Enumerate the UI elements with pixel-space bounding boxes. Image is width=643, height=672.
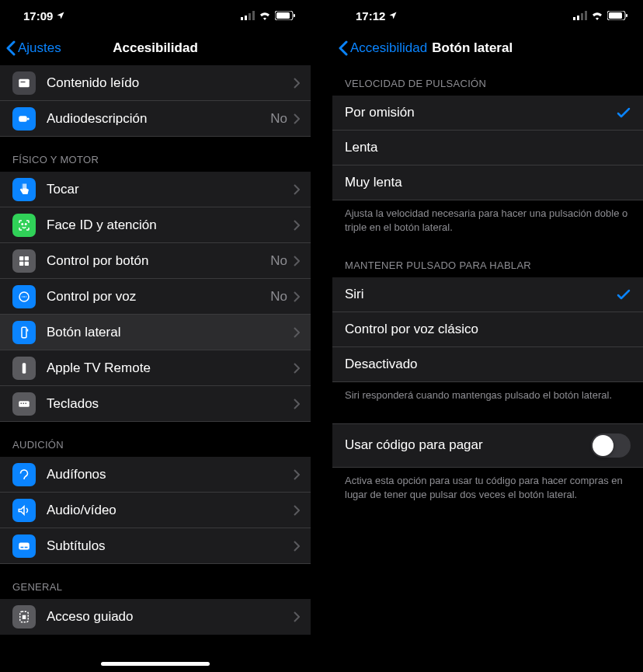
row-label: Audio/vídeo — [47, 503, 294, 518]
row-desactivado[interactable]: Desactivado — [332, 347, 643, 382]
row-label: Control por voz — [47, 289, 270, 305]
guided-access-icon — [12, 605, 36, 628]
toggle-knob — [593, 435, 613, 456]
section-header-mantener: MANTENER PULSADO PARA HABLAR — [332, 247, 643, 277]
chevron-left-icon — [6, 40, 16, 56]
chevron-right-icon — [294, 291, 300, 302]
back-button[interactable]: Ajustes — [6, 40, 61, 56]
svg-rect-29 — [23, 616, 26, 619]
row-label: Face ID y atención — [47, 218, 294, 233]
svg-rect-5 — [276, 12, 290, 19]
row-control-voz[interactable]: Control por voz No — [0, 279, 311, 315]
status-icons — [573, 11, 627, 20]
svg-rect-2 — [249, 13, 251, 20]
svg-rect-24 — [26, 402, 27, 404]
status-bar: 17:09 — [0, 0, 311, 31]
row-label: Audiodescripción — [47, 111, 270, 127]
keyboard-icon — [12, 392, 36, 416]
svg-rect-35 — [609, 12, 622, 19]
content-read-icon — [12, 71, 36, 95]
svg-rect-20 — [23, 363, 26, 374]
svg-rect-22 — [21, 402, 23, 404]
nav-bar: Ajustes Accesibilidad — [0, 31, 311, 65]
nav-bar: Accesibilidad Botón lateral — [332, 31, 643, 65]
switch-control-icon — [12, 249, 36, 273]
row-muy-lenta[interactable]: Muy lenta — [332, 165, 643, 200]
chevron-right-icon — [294, 541, 300, 552]
svg-point-11 — [22, 223, 23, 225]
svg-rect-26 — [21, 546, 24, 548]
row-audifonos[interactable]: Audífonos — [0, 457, 311, 493]
row-usar-codigo-pagar[interactable]: Usar código para pagar — [332, 423, 643, 468]
row-label: Muy lenta — [345, 175, 402, 190]
row-por-omision[interactable]: Por omisión — [332, 96, 643, 131]
screen-side-button: 17:12 Accesibilidad Botón lateral VELOCI… — [322, 0, 643, 672]
back-button[interactable]: Accesibilidad — [339, 40, 427, 56]
checkmark-icon — [617, 106, 631, 119]
svg-rect-19 — [27, 329, 29, 331]
svg-rect-8 — [21, 81, 26, 82]
back-label: Accesibilidad — [350, 40, 427, 56]
status-time: 17:12 — [356, 9, 385, 23]
chevron-right-icon — [294, 505, 300, 516]
screen-accessibility: 17:09 Ajustes Accesibilidad Contenido le… — [0, 0, 322, 672]
battery-icon — [275, 11, 295, 20]
chevron-right-icon — [294, 184, 300, 195]
wifi-icon — [591, 11, 603, 20]
row-label: Control por voz clásico — [345, 322, 478, 337]
chevron-right-icon — [294, 327, 300, 338]
section-header-general: GENERAL — [0, 564, 311, 599]
battery-icon — [607, 11, 627, 20]
section-header-velocidad: VELOCIDAD DE PULSACIÓN — [332, 65, 643, 96]
row-label: Tocar — [47, 182, 294, 197]
svg-rect-30 — [573, 17, 575, 20]
row-value: No — [270, 111, 287, 127]
svg-rect-32 — [581, 13, 583, 20]
row-label: Acceso guiado — [47, 609, 294, 625]
row-subtitulos[interactable]: Subtítulos — [0, 528, 311, 564]
svg-rect-1 — [245, 16, 247, 20]
row-faceid[interactable]: Face ID y atención — [0, 207, 311, 243]
audio-video-icon — [12, 499, 36, 522]
row-tocar[interactable]: Tocar — [0, 172, 311, 207]
row-label: Control por botón — [47, 253, 270, 269]
svg-rect-6 — [294, 14, 295, 17]
row-apple-tv-remote[interactable]: Apple TV Remote — [0, 350, 311, 386]
row-control-voz-clasico[interactable]: Control por voz clásico — [332, 312, 643, 347]
toggle-switch[interactable] — [591, 433, 631, 458]
row-contenido-leido[interactable]: Contenido leído — [0, 65, 311, 101]
svg-rect-36 — [626, 14, 627, 17]
hearing-icon — [12, 463, 36, 486]
row-siri[interactable]: Siri — [332, 277, 643, 312]
settings-list[interactable]: VELOCIDAD DE PULSACIÓN Por omisión Lenta… — [332, 65, 643, 672]
svg-rect-25 — [19, 542, 30, 549]
chevron-left-icon — [339, 40, 348, 56]
nav-title: Botón lateral — [432, 40, 513, 56]
row-control-boton[interactable]: Control por botón No — [0, 243, 311, 279]
faceid-icon — [12, 214, 36, 237]
settings-list[interactable]: Contenido leído Audiodescripción No FÍSI… — [0, 65, 311, 672]
touch-icon — [12, 178, 36, 201]
row-teclados[interactable]: Teclados — [0, 386, 311, 422]
row-label: Siri — [345, 287, 364, 302]
chevron-right-icon — [294, 256, 300, 266]
row-boton-lateral[interactable]: Botón lateral — [0, 315, 311, 350]
row-label: Apple TV Remote — [47, 360, 294, 376]
status-time: 17:09 — [23, 9, 53, 23]
home-indicator[interactable] — [101, 662, 210, 666]
row-audio-video[interactable]: Audio/vídeo — [0, 493, 311, 528]
row-audiodescripcion[interactable]: Audiodescripción No — [0, 101, 311, 137]
row-label: Usar código para pagar — [345, 437, 483, 453]
checkmark-icon — [617, 288, 631, 301]
chevron-right-icon — [294, 469, 300, 480]
chevron-right-icon — [294, 363, 300, 374]
location-icon — [56, 11, 65, 20]
back-label: Ajustes — [18, 40, 61, 56]
svg-rect-27 — [25, 546, 28, 548]
svg-rect-23 — [23, 402, 25, 404]
section-footer: Ajusta la velocidad necesaria para hacer… — [332, 200, 643, 247]
row-lenta[interactable]: Lenta — [332, 131, 643, 165]
svg-rect-18 — [22, 327, 26, 338]
row-label: Audífonos — [47, 467, 294, 482]
row-acceso-guiado[interactable]: Acceso guiado — [0, 599, 311, 635]
